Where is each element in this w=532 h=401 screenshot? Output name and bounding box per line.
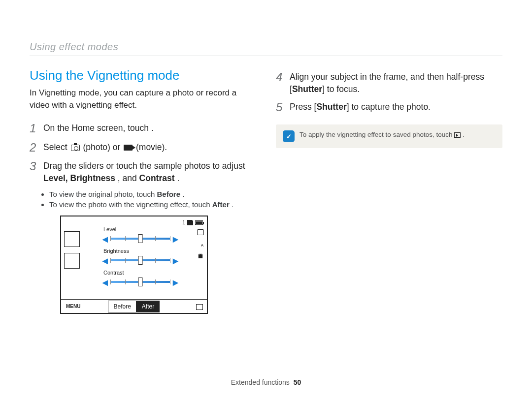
lcd-status-bar: 1 xyxy=(182,219,203,225)
playback-apply-icon[interactable] xyxy=(196,304,203,310)
text: ] to capture the photo. xyxy=(347,102,431,112)
text: Press [ xyxy=(290,102,316,112)
page-title: Using the Vignetting mode xyxy=(30,68,256,83)
page-footer: Extended functions 50 xyxy=(0,378,532,386)
text: To view the photo with the vignetting ef… xyxy=(49,200,212,209)
step-number: 2 xyxy=(30,141,43,154)
level-slider[interactable]: ◀ ▶ xyxy=(103,233,177,244)
text: To apply the vignetting effect to saved … xyxy=(299,131,454,138)
step-number: 4 xyxy=(276,71,290,84)
text: . xyxy=(463,131,465,138)
step-text: Select (photo) or (movie). xyxy=(43,141,167,154)
slider-label-contrast: Contrast xyxy=(103,270,177,276)
arrow-right-icon: ▶ xyxy=(173,278,178,286)
text: ] to focus. xyxy=(322,84,360,94)
arrow-left-icon: ◀ xyxy=(102,257,108,265)
text: (photo) or xyxy=(83,142,123,152)
bold-text: Shutter xyxy=(292,84,322,94)
bold-text: Before xyxy=(157,190,180,198)
sub-bullet-after: To view the photo with the vignetting ef… xyxy=(49,200,256,209)
slider-handle[interactable] xyxy=(138,278,143,286)
section-header: Using effect modes xyxy=(30,41,502,53)
lcd-sample-thumbs xyxy=(64,231,80,269)
movie-icon xyxy=(124,145,133,151)
step-number: 1 xyxy=(30,122,43,135)
step-text: On the Home screen, touch . xyxy=(43,122,154,134)
sd-card-icon xyxy=(187,220,193,225)
step-5: 5 Press [Shutter] to capture the photo. xyxy=(276,101,502,114)
text: To view the original photo, touch xyxy=(49,190,157,198)
text: . xyxy=(182,190,184,198)
step-4: 4 Align your subject in the frame, and t… xyxy=(276,71,502,95)
brightness-slider[interactable]: ◀ ▶ xyxy=(103,255,177,266)
page-number: 50 xyxy=(294,378,301,386)
text: . xyxy=(232,200,233,209)
lcd-bottom-bar: MENU Before After xyxy=(61,299,207,313)
divider-top xyxy=(30,56,502,56)
text: (movie). xyxy=(136,142,167,152)
arrow-right-icon: ▶ xyxy=(173,257,178,265)
playback-icon xyxy=(454,132,461,138)
text: , and xyxy=(118,173,139,183)
step-number: 5 xyxy=(276,101,290,114)
slider-label-level: Level xyxy=(103,226,177,232)
text: Drag the sliders or touch the sample pho… xyxy=(43,161,245,171)
camera-lcd-diagram: 1 A Level ◀ xyxy=(60,216,208,314)
text: . xyxy=(177,173,179,183)
battery-icon xyxy=(195,220,203,225)
sub-bullet-before: To view the original photo, touch Before… xyxy=(49,190,256,198)
step-text: Press [Shutter] to capture the photo. xyxy=(290,101,431,113)
bold-text: After xyxy=(212,200,230,209)
slider-label-brightness: Brightness xyxy=(103,248,177,254)
face-detect-icon xyxy=(197,229,204,235)
menu-button[interactable]: MENU xyxy=(61,304,85,309)
right-column: 4 Align your subject in the frame, and t… xyxy=(276,68,502,314)
arrow-left-icon: ◀ xyxy=(102,235,108,243)
intro-text: In Vignetting mode, you can capture a ph… xyxy=(30,87,256,111)
before-tab[interactable]: Before xyxy=(108,301,136,312)
note-text: To apply the vignetting effect to saved … xyxy=(299,130,465,139)
left-column: Using the Vignetting mode In Vignetting … xyxy=(30,68,256,314)
bold-text: Contrast xyxy=(139,173,175,183)
step-3: 3 Drag the sliders or touch the sample p… xyxy=(30,160,256,184)
info-icon: ✓ xyxy=(283,130,295,142)
arrow-left-icon: ◀ xyxy=(102,278,108,286)
text: Select xyxy=(43,142,70,152)
lcd-right-icons: A xyxy=(197,229,204,259)
bold-text: Shutter xyxy=(316,102,346,112)
sample-thumbnail[interactable] xyxy=(64,253,80,269)
step-text: Drag the sliders or touch the sample pho… xyxy=(43,160,256,184)
contrast-slider[interactable]: ◀ ▶ xyxy=(103,277,177,287)
ois-icon xyxy=(197,253,204,259)
step-1: 1 On the Home screen, touch . xyxy=(30,122,256,135)
shot-counter: 1 xyxy=(182,219,185,225)
footer-label: Extended functions xyxy=(231,378,290,386)
step-text: Align your subject in the frame, and the… xyxy=(290,71,502,95)
slider-handle[interactable] xyxy=(138,256,143,265)
bold-text: Level, Brightness xyxy=(43,173,115,183)
info-note: ✓ To apply the vignetting effect to save… xyxy=(276,124,502,148)
step-2: 2 Select (photo) or (movie). xyxy=(30,141,256,154)
arrow-right-icon: ▶ xyxy=(173,235,178,243)
camera-icon xyxy=(71,145,80,151)
after-tab[interactable]: After xyxy=(136,301,160,312)
sample-thumbnail[interactable] xyxy=(64,231,80,247)
step-number: 3 xyxy=(30,160,43,173)
slider-handle[interactable] xyxy=(138,234,143,243)
